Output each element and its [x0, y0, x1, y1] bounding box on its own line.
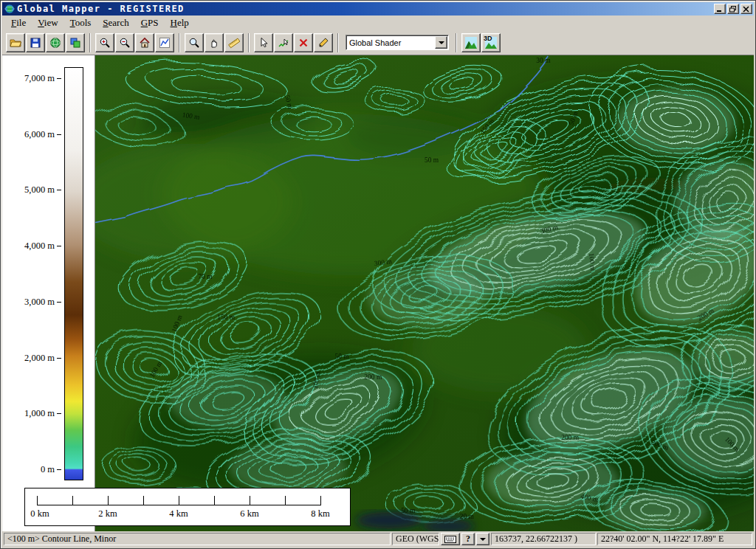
legend-tick: [57, 413, 61, 414]
contour-label: 200 m: [561, 434, 580, 441]
close-button[interactable]: [740, 4, 752, 14]
toolbar-separator: [337, 33, 339, 52]
terrain-icon: [465, 37, 477, 49]
contour-label: 150 m: [217, 314, 236, 321]
load-online-data-button[interactable]: [46, 33, 65, 52]
elevation-legend: 7,000 m 6,000 m 5,000 m 4,000 m 3,000 m …: [2, 55, 95, 531]
digitizer-tool-button[interactable]: [274, 33, 293, 52]
chevron-down-icon: [480, 538, 486, 541]
legend-tick: [57, 246, 61, 246]
pan-tool-button[interactable]: [205, 33, 224, 52]
minimize-button[interactable]: [714, 4, 726, 14]
scale-label: 8 km: [304, 508, 337, 519]
toolbar-separator: [89, 33, 91, 52]
zoom-in-button[interactable]: [95, 33, 114, 52]
legend-tick: [57, 134, 61, 135]
status-mode-panel: <100 m> Contour Line, Minor: [4, 533, 391, 545]
map-canvas[interactable]: 30 m 50 m 100 m 50 m 150 m 50 m 300 m 10…: [95, 55, 754, 531]
create-feature-button[interactable]: [314, 33, 333, 52]
status-coordinates-text: 163737, 22.66722137 ): [495, 534, 577, 545]
pen-icon: [317, 37, 329, 49]
contour-label: 70 m: [198, 273, 213, 280]
legend-tick: [57, 190, 61, 190]
legend-label: 4,000 m: [2, 240, 61, 252]
menu-gps[interactable]: GPS: [135, 16, 165, 30]
select-tool-button[interactable]: [254, 33, 273, 52]
zoom-out-button[interactable]: [115, 33, 134, 52]
scale-label: 6 km: [233, 508, 266, 519]
toolbar-separator: [248, 33, 250, 52]
status-latlon-panel: 22?40' 02.00" N, 114?22' 17.89" E: [597, 533, 752, 545]
view-3d-label: 3D: [484, 35, 492, 42]
zoom-tool-button[interactable]: [185, 33, 204, 52]
restore-icon: [729, 6, 737, 13]
contour-label: 50 m: [425, 156, 439, 164]
hand-icon: [208, 37, 220, 49]
zoom-out-icon: [119, 37, 131, 49]
scale-label: 0 km: [24, 508, 56, 519]
save-button[interactable]: [26, 33, 45, 52]
scale-label: 4 km: [162, 508, 195, 519]
legend-label: 2,000 m: [2, 352, 61, 364]
floppy-disk-icon: [30, 37, 41, 49]
cursor-arrow-icon: [258, 37, 269, 49]
line-chart-icon: [159, 37, 171, 49]
view-3d-button[interactable]: 3D: [481, 33, 501, 52]
title-bar[interactable]: Global Mapper - REGISTERED: [2, 2, 754, 15]
path-profile-button[interactable]: [155, 33, 174, 52]
shader-select[interactable]: Global Shader: [346, 35, 449, 50]
full-view-button[interactable]: [135, 33, 154, 52]
legend-label: 0 m: [2, 463, 61, 475]
map-view[interactable]: 30 m 50 m 100 m 50 m 150 m 50 m 300 m 10…: [95, 55, 754, 531]
layers-icon: [69, 37, 81, 49]
contour-label: 20 m: [460, 513, 475, 520]
contour-label: 100 m: [588, 253, 597, 272]
elevation-colorbar: [64, 67, 83, 480]
zoom-in-icon: [99, 37, 111, 49]
legend-tick: [57, 358, 61, 359]
toolbar-separator: [179, 33, 180, 52]
menu-help[interactable]: Help: [165, 16, 195, 30]
legend-label: 5,000 m: [2, 184, 61, 196]
menu-bar: File View Tools Search GPS Help: [2, 15, 754, 30]
menu-file[interactable]: File: [5, 16, 32, 30]
contour-label: 50 m: [401, 507, 416, 514]
ruler-icon: [228, 37, 240, 49]
chevron-down-icon[interactable]: [435, 36, 447, 49]
open-file-button[interactable]: [6, 33, 25, 52]
legend-label: 7,000 m: [2, 72, 61, 84]
magnifier-icon: [188, 37, 200, 49]
close-icon: [743, 6, 750, 13]
minimize-icon: [716, 6, 724, 13]
status-latlon-text: 22?40' 02.00" N, 114?22' 17.89" E: [601, 534, 724, 545]
status-projection-text: GEO (WGS8: [396, 534, 439, 545]
keyboard-button[interactable]: [441, 533, 460, 545]
overlay-control-center-button[interactable]: [66, 33, 85, 52]
terrain-shader-button[interactable]: [461, 33, 481, 52]
window-title: Global Mapper - REGISTERED: [17, 4, 185, 14]
edit-vector-icon: [278, 37, 289, 49]
green-globe-icon: [49, 37, 61, 49]
coordinate-format-button[interactable]: [476, 533, 489, 545]
home-icon: [139, 37, 151, 49]
contour-label: 200 m: [364, 373, 382, 381]
open-folder-icon: [10, 37, 21, 49]
menu-tools[interactable]: Tools: [64, 16, 97, 30]
global-mapper-window: Global Mapper - REGISTERED File View Too…: [0, 0, 756, 549]
status-mode-text: <100 m> Contour Line, Minor: [7, 534, 116, 545]
status-bar: <100 m> Contour Line, Minor GEO (WGS8 ? …: [2, 531, 754, 547]
restore-button[interactable]: [727, 4, 739, 14]
legend-label: 6,000 m: [2, 128, 61, 140]
help-label: ?: [466, 534, 470, 545]
clear-selection-button[interactable]: [294, 33, 313, 52]
contour-label: 50 m: [335, 353, 350, 360]
globe-app-icon: [4, 4, 15, 14]
measure-tool-button[interactable]: [224, 33, 244, 52]
menu-search[interactable]: Search: [97, 16, 134, 30]
help-button[interactable]: ?: [461, 533, 475, 545]
workspace: 30 m 50 m 100 m 50 m 150 m 50 m 300 m 10…: [2, 55, 754, 531]
contour-label: 30 m: [536, 57, 551, 64]
toolbar-separator: [456, 33, 457, 52]
legend-tick: [57, 78, 61, 79]
menu-view[interactable]: View: [32, 16, 63, 30]
